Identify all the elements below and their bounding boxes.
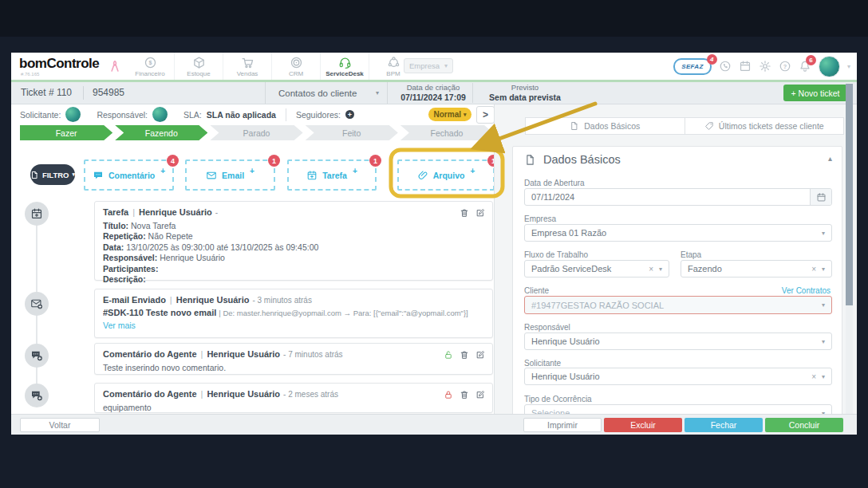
clear-icon[interactable]: ×: [649, 265, 653, 274]
priority-badge[interactable]: Normal▾: [428, 108, 471, 121]
app-window: bomControle #.76.165 Financeiro Estoque …: [11, 53, 857, 435]
excluir-button[interactable]: Excluir: [604, 418, 682, 432]
edit-icon[interactable]: [475, 390, 485, 399]
whatsapp-icon[interactable]: [719, 60, 732, 73]
responsavel-select[interactable]: Henrique Usuário▾: [524, 333, 832, 350]
company-select[interactable]: Empresa▾: [404, 58, 453, 73]
add-file-button[interactable]: Arquivo+ 1: [397, 159, 495, 191]
nav-item-vendas[interactable]: Vendas: [223, 53, 271, 80]
unlock-icon[interactable]: [444, 350, 453, 360]
add-comment-button[interactable]: Comentário+ 4: [84, 159, 174, 191]
solicitante-label: Solicitante:: [20, 110, 61, 120]
empresa-select[interactable]: Empresa 01 Razão▾: [524, 224, 832, 242]
solicitante-select[interactable]: Henrique Usuário×▾: [524, 368, 832, 385]
nav-item-crm[interactable]: CRM: [271, 53, 320, 80]
stage-parado[interactable]: Parado: [210, 125, 302, 140]
sefaz-button[interactable]: SEFAZ4: [673, 58, 712, 75]
stage-fechado[interactable]: Fechado: [400, 125, 493, 140]
brand-version: #.76.165: [21, 72, 39, 77]
gear-icon[interactable]: [759, 60, 771, 73]
task-details: Título: Nova Tarefa Repetição: Não Repet…: [103, 221, 484, 285]
clear-icon[interactable]: ×: [811, 372, 816, 381]
notification-badge: 6: [806, 55, 816, 65]
stage-feito[interactable]: Feito: [306, 125, 398, 140]
file-icon: [30, 171, 39, 179]
task-count-badge: 1: [369, 155, 381, 167]
solicitante-avatar[interactable]: [65, 107, 81, 122]
card-title: Comentário do Agente|Henrique Usuário- 2…: [103, 389, 484, 399]
calendar-icon[interactable]: [810, 189, 831, 205]
etapa-label: Etapa: [681, 250, 701, 259]
nav-item-servicedesk[interactable]: ServiceDesk: [320, 53, 369, 80]
edit-icon[interactable]: [475, 208, 485, 218]
clear-icon[interactable]: ×: [811, 265, 816, 274]
filter-dropdown-button[interactable]: FILTRO ▾: [30, 164, 75, 185]
cart-icon: [241, 56, 254, 69]
pink-ribbon-icon: [108, 57, 121, 76]
calendar-icon[interactable]: [739, 60, 752, 73]
footer-bar: Voltar Imprimir Excluir Fechar Concluir: [11, 414, 857, 435]
abertura-label: Data de Abertura: [524, 179, 585, 187]
chevron-down-icon: ▾: [822, 266, 825, 273]
fluxo-label: Fluxo de Trabalho: [524, 250, 588, 259]
stage-fazer[interactable]: Fazer: [20, 125, 112, 140]
vertical-scrollbar[interactable]: [846, 82, 853, 414]
responsavel-avatar[interactable]: [152, 107, 168, 122]
add-task-button[interactable]: Tarefa+ 1: [287, 159, 377, 191]
envelope-icon: [206, 170, 217, 181]
trash-icon[interactable]: [460, 208, 469, 218]
voltar-button[interactable]: Voltar: [20, 418, 100, 432]
add-email-button[interactable]: Email+ 1: [185, 159, 275, 191]
chevron-down-icon: ▾: [822, 338, 825, 345]
ticket-header: Ticket # 110 954985 Contatos do cliente▾…: [11, 82, 857, 104]
lock-icon[interactable]: [444, 390, 453, 399]
collapse-icon[interactable]: ▴: [828, 154, 832, 163]
tab-dados-basicos[interactable]: Dados Básicos: [525, 117, 685, 135]
card-actions: [460, 208, 485, 218]
fluxo-select[interactable]: Padrão ServiceDesk×▾: [524, 260, 669, 277]
created-block: Data de criação 07/11/2024 17:09: [394, 83, 473, 103]
card-title: Tarefa|Henrique Usuário-: [103, 207, 484, 217]
cliente-select[interactable]: #19477GESTAO RAZÃO SOCIAL▾: [524, 296, 832, 314]
chat-icon: [93, 170, 104, 181]
expand-panel-button[interactable]: >: [476, 106, 495, 124]
etapa-select[interactable]: Fazendo×▾: [681, 260, 832, 277]
help-icon[interactable]: [779, 60, 791, 73]
trash-icon[interactable]: [460, 350, 469, 360]
add-follower-button[interactable]: +: [345, 110, 354, 119]
ver-contratos-link[interactable]: Ver Contratos: [782, 286, 831, 295]
imprimir-button[interactable]: Imprimir: [523, 418, 602, 432]
comment-body: equipamento: [103, 403, 484, 412]
nav-item-financeiro[interactable]: Financeiro: [126, 53, 174, 80]
nav-item-estoque[interactable]: Estoque: [174, 53, 223, 80]
concluir-button[interactable]: Concluir: [765, 418, 843, 432]
tab-ultimos-tickets[interactable]: Últimos tickets desse cliente: [685, 117, 845, 135]
paperclip-icon: [417, 170, 428, 181]
trash-icon[interactable]: [460, 390, 469, 399]
chevron-down-icon[interactable]: ▾: [847, 63, 850, 70]
forecast-label: Previsto: [477, 83, 573, 92]
brand-logo[interactable]: bomControle: [19, 57, 99, 70]
timeline-card-task: Tarefa|Henrique Usuário- Título: Nova Ta…: [94, 201, 493, 281]
user-avatar[interactable]: [819, 56, 840, 77]
seguidores-label: Seguidores:: [296, 110, 341, 120]
client-contacts-select[interactable]: Contatos do cliente▾: [265, 82, 388, 104]
ver-mais-link[interactable]: Ver mais: [103, 321, 136, 330]
forecast-value: Sem data prevista: [477, 92, 573, 103]
coin-icon: [144, 56, 157, 69]
abertura-date-input[interactable]: 07/11/2024: [524, 188, 832, 206]
new-ticket-button[interactable]: + Novo ticket: [783, 85, 847, 101]
bell-icon[interactable]: 6: [799, 60, 811, 73]
target-icon: [290, 56, 303, 69]
tipo-ocorrencia-label: Tipo de Ocorrência: [524, 395, 592, 403]
detail-tabs: Dados Básicos Últimos tickets desse clie…: [525, 117, 844, 135]
stage-fazendo[interactable]: Fazendo: [115, 125, 207, 140]
tipo-ocorrencia-select[interactable]: Selecione▾: [524, 404, 832, 414]
bpm-icon: [387, 56, 400, 69]
card-actions: [444, 390, 485, 399]
file-icon: [570, 121, 579, 131]
fechar-button[interactable]: Fechar: [685, 418, 763, 432]
chevron-down-icon: ▾: [376, 89, 379, 96]
edit-icon[interactable]: [475, 350, 485, 360]
scrollbar-thumb[interactable]: [846, 84, 853, 305]
